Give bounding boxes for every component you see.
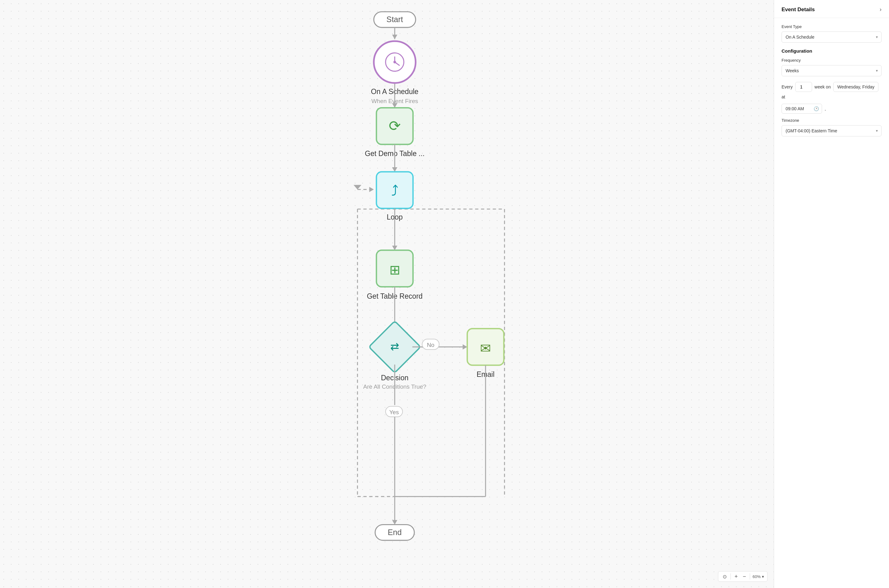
- every-label: Every: [781, 84, 793, 89]
- time-input-wrapper: 🕑: [781, 104, 822, 114]
- every-number-input[interactable]: [795, 82, 812, 92]
- svg-text:Start: Start: [387, 15, 403, 24]
- panel-title: Event Details: [781, 6, 815, 13]
- event-type-select[interactable]: On A Schedule On A Record Change On A Fo…: [781, 32, 882, 43]
- configuration-section: Configuration Frequency Minutes Hours Da…: [781, 48, 882, 136]
- panel-collapse-button[interactable]: ›: [880, 6, 882, 13]
- zoom-level[interactable]: 60% ▾: [753, 574, 764, 579]
- at-label: at: [781, 94, 785, 99]
- zoom-out-button[interactable]: −: [741, 574, 747, 579]
- svg-text:⇄: ⇄: [390, 341, 399, 352]
- frequency-select-wrapper: Minutes Hours Days Weeks Months ▾: [781, 65, 882, 76]
- svg-text:No: No: [427, 342, 434, 348]
- timezone-label: Timezone: [781, 118, 882, 123]
- zoom-in-button[interactable]: +: [733, 574, 739, 579]
- time-row: 🕑 .: [781, 104, 882, 114]
- right-panel: Event Details › Event Type On A Schedule…: [774, 0, 889, 588]
- configuration-title: Configuration: [781, 48, 882, 54]
- svg-text:End: End: [388, 528, 402, 537]
- zoom-controls: ⊙ + − 60% ▾: [718, 571, 768, 582]
- dot-separator: .: [825, 106, 826, 112]
- zoom-dropdown-icon: ▾: [762, 574, 764, 579]
- flow-svg: Start On A Schedule When Event Fires ⟳ G…: [0, 0, 774, 588]
- timezone-select[interactable]: (GMT-04:00) Eastern Time (GMT-05:00) Cen…: [781, 125, 882, 136]
- svg-marker-39: [463, 345, 467, 350]
- svg-point-8: [393, 61, 396, 63]
- zoom-value: 60%: [753, 574, 761, 579]
- svg-text:⟳: ⟳: [389, 118, 401, 134]
- svg-text:✉: ✉: [480, 341, 491, 356]
- svg-text:⊞: ⊞: [389, 262, 400, 277]
- panel-body: Event Type On A Schedule On A Record Cha…: [774, 18, 889, 148]
- divider: [730, 573, 731, 580]
- panel-header: Event Details ›: [774, 0, 889, 18]
- frequency-label: Frequency: [781, 58, 882, 63]
- event-type-select-wrapper: On A Schedule On A Record Change On A Fo…: [781, 32, 882, 43]
- svg-marker-23: [369, 187, 374, 192]
- svg-marker-12: [392, 103, 397, 108]
- svg-marker-17: [392, 167, 397, 172]
- capture-button[interactable]: ⊙: [721, 574, 728, 580]
- schedule-config-row: Every week on Wednesday, Friday at: [781, 82, 882, 99]
- svg-marker-3: [392, 34, 397, 39]
- timezone-select-wrapper: (GMT-04:00) Eastern Time (GMT-05:00) Cen…: [781, 125, 882, 136]
- event-type-label: Event Type: [781, 24, 882, 29]
- svg-text:Yes: Yes: [389, 409, 399, 416]
- week-on-label: week on: [814, 84, 831, 89]
- svg-marker-51: [354, 185, 361, 190]
- svg-text:⤴: ⤴: [391, 183, 399, 199]
- frequency-select[interactable]: Minutes Hours Days Weeks Months: [781, 65, 882, 76]
- clock-icon: 🕑: [814, 106, 819, 111]
- svg-marker-28: [392, 246, 397, 250]
- days-display[interactable]: Wednesday, Friday: [833, 82, 879, 92]
- svg-marker-53: [392, 520, 397, 525]
- canvas-area: Start On A Schedule When Event Fires ⟳ G…: [0, 0, 774, 588]
